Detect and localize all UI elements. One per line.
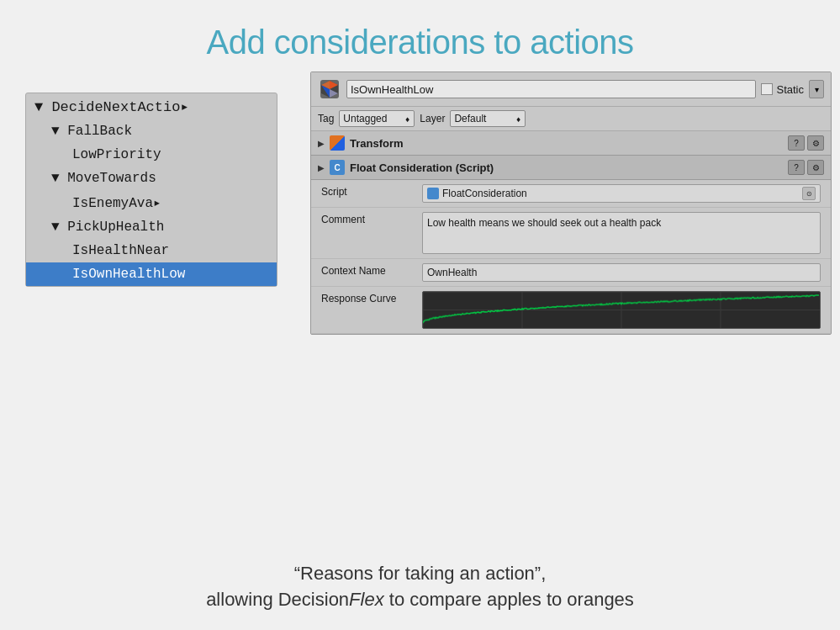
static-label: Static (776, 83, 804, 96)
transform-help-btn[interactable]: ? (788, 135, 805, 151)
unity-cube-icon (318, 77, 341, 101)
hierarchy-item[interactable]: ▼ FallBack (26, 119, 277, 143)
page-title: Add considerations to actions (0, 0, 840, 61)
context-name-field-row: Context Name OwnHealth (311, 259, 831, 287)
component-help-btn[interactable]: ? (788, 160, 805, 175)
comment-value: Low health means we should seek out a he… (422, 212, 821, 254)
comment-field-row: Comment Low health means we should seek … (311, 208, 831, 259)
transform-section-header: ▶ Transform ? ⚙ (311, 131, 831, 156)
component-section-header: ▶ C Float Consideration (Script) ? ⚙ (311, 156, 831, 180)
script-icon: C (330, 160, 345, 175)
layer-dropdown[interactable]: Default ⬧ (450, 110, 526, 127)
tag-layer-row: Tag Untagged ⬧ Layer Default ⬧ (311, 107, 831, 131)
tag-dropdown[interactable]: Untagged ⬧ (339, 110, 415, 127)
script-label: Script (321, 184, 422, 198)
hierarchy-panel: ▼ DecideNextActio▸▼ FallBackLowPriority▼… (25, 93, 277, 287)
caption-line1: “Reasons for taking an action”, (0, 561, 840, 587)
inspector-fields: Script FloatConsideration ⊙ Comment Low … (311, 180, 831, 334)
hierarchy-item[interactable]: ▼ DecideNextActio▸ (26, 93, 277, 119)
static-area: Static (761, 83, 804, 96)
tag-label: Tag (318, 113, 334, 124)
caption: “Reasons for taking an action”, allowing… (0, 561, 840, 613)
transform-title: Transform (350, 137, 783, 150)
script-link-btn[interactable]: ⊙ (802, 187, 816, 200)
script-file-icon (427, 188, 439, 199)
script-field-row: Script FloatConsideration ⊙ (311, 180, 831, 208)
hierarchy-item[interactable]: ▼ MoveTowards (26, 167, 277, 190)
static-checkbox[interactable] (761, 83, 773, 95)
inspector-panel: Static ▾ Tag Untagged ⬧ Layer Default ⬧ … (310, 71, 832, 335)
hierarchy-item[interactable]: IsHealthNear (26, 239, 277, 262)
hierarchy-item[interactable]: LowPriority (26, 143, 277, 167)
component-settings-btn[interactable]: ⚙ (807, 160, 824, 175)
response-curve-graph[interactable] (422, 291, 821, 329)
transform-settings-btn[interactable]: ⚙ (807, 135, 824, 151)
response-curve-field-row: Response Curve (311, 287, 831, 334)
context-name-label: Context Name (321, 263, 422, 277)
component-arrow: ▶ (318, 163, 325, 172)
caption-line2: allowing DecisionFlex to compare apples … (0, 587, 840, 613)
transform-icon (330, 135, 345, 151)
response-curve-value[interactable] (422, 291, 821, 329)
inspector-header: Static ▾ (311, 72, 831, 107)
transform-arrow: ▶ (318, 139, 325, 148)
comment-label: Comment (321, 212, 422, 225)
hierarchy-item[interactable]: IsOwnHealthLow (26, 262, 277, 286)
hierarchy-item[interactable]: IsEnemyAva▸ (26, 190, 277, 215)
layer-label: Layer (420, 113, 445, 124)
component-title: Float Consideration (Script) (350, 161, 783, 174)
hierarchy-item[interactable]: ▼ PickUpHealth (26, 215, 277, 239)
object-name-field[interactable] (346, 80, 756, 98)
script-value: FloatConsideration ⊙ (422, 184, 821, 203)
static-dropdown[interactable]: ▾ (809, 80, 824, 98)
context-name-value: OwnHealth (422, 263, 821, 282)
response-curve-label: Response Curve (321, 291, 422, 304)
